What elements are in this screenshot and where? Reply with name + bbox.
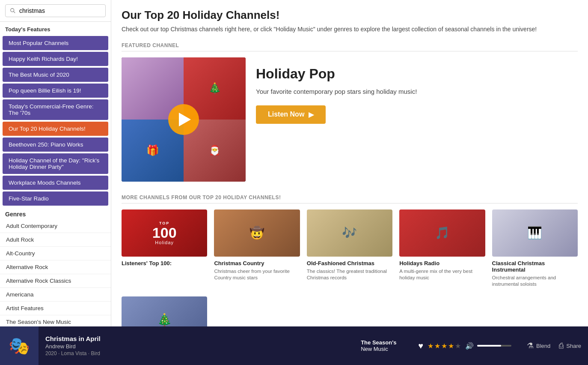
- channel-thumb-christmas-country: 🤠: [214, 209, 300, 257]
- listen-now-play-icon: ▶: [309, 111, 314, 119]
- channel-thumb-holidays-radio: 🎵: [399, 209, 485, 257]
- star-2[interactable]: ★: [434, 342, 440, 350]
- featured-channel-name: Holiday Pop: [256, 66, 578, 82]
- player-track-info: Christmas in April Andrew Bird 2020 · Lo…: [39, 335, 354, 356]
- channel-card-christmas-country[interactable]: 🤠 Christmas Country Christmas cheer from…: [214, 209, 300, 288]
- season-new-music-area: The Season's New Music: [354, 339, 410, 352]
- page-title: Our Top 20 Holiday Channels!: [122, 9, 578, 22]
- channel-name-classical: Classical Christmas Instrumental: [492, 260, 578, 273]
- channels-grid: TOP 100 Holiday Listeners' Top 100: 🤠 Ch…: [122, 209, 578, 288]
- bottom-player: 🎭 Christmas in April Andrew Bird 2020 · …: [0, 326, 588, 365]
- star-3[interactable]: ★: [441, 342, 447, 350]
- svg-point-0: [11, 9, 14, 12]
- blend-label: Blend: [536, 343, 550, 349]
- channel-name-holidays-radio: Holidays Radio: [399, 260, 485, 266]
- player-stars: ★ ★ ★ ★ ★: [428, 342, 461, 350]
- channel-card-holidays-radio[interactable]: 🎵 Holidays Radio A multi-genre mix of th…: [399, 209, 485, 288]
- sidebar-item-commercial-free[interactable]: Today's Commercial-Free Genre: The '70s: [3, 99, 108, 120]
- season-label-line1: The Season's: [361, 339, 403, 346]
- heart-icon[interactable]: ♥: [418, 341, 423, 351]
- player-right-controls: ♥ ★ ★ ★ ★ ★ 🔊: [410, 341, 520, 351]
- sidebar-item-best-music-2020[interactable]: The Best Music of 2020: [3, 68, 108, 82]
- channel-name-top100: Listeners' Top 100:: [122, 260, 207, 266]
- sidebar-item-pop-queen[interactable]: Pop queen Billie Eilish is 19!: [3, 84, 108, 98]
- player-volume: 🔊: [465, 342, 511, 350]
- channel-card-old-fashioned[interactable]: 🎶 Old-Fashioned Christmas The classics! …: [307, 209, 392, 288]
- top100-number: 100: [152, 225, 177, 240]
- blend-button[interactable]: ⚗ Blend: [527, 341, 550, 350]
- share-button[interactable]: ⎙ Share: [559, 341, 581, 350]
- player-action-controls: ⚗ Blend ⎙ Share: [520, 341, 588, 350]
- featured-channel-desc: Your favorite contemporary pop stars sin…: [256, 87, 578, 96]
- channel-card-classical[interactable]: 🎹 Classical Christmas Instrumental Orche…: [492, 209, 578, 288]
- genre-item-seasons-new-music[interactable]: The Season's New Music: [0, 315, 111, 326]
- play-triangle-icon: [179, 113, 191, 126]
- channel-name-old-fashioned: Old-Fashioned Christmas: [307, 260, 392, 266]
- sidebar: Today's Features Most Popular Channels H…: [0, 0, 111, 326]
- player-album-art: 🎭: [0, 326, 39, 365]
- channel-card-christmas-oldies[interactable]: 🎄 Christmas Oldies Season's Greetings fr…: [122, 296, 207, 326]
- more-channels-label: MORE CHANNELS FROM OUR TOP 20 HOLIDAY CH…: [122, 194, 578, 203]
- season-label-line2: New Music: [361, 346, 403, 352]
- todays-features-label: Today's Features: [0, 22, 111, 35]
- genre-item-artist-features[interactable]: Artist Features: [0, 302, 111, 315]
- volume-slider[interactable]: [477, 345, 511, 347]
- sidebar-item-workplace-moods[interactable]: Workplace Moods Channels: [3, 176, 108, 190]
- blend-icon: ⚗: [527, 341, 534, 350]
- channel-desc-old-fashioned: The classics! The greatest traditional C…: [307, 268, 392, 281]
- search-input-wrap[interactable]: [5, 4, 106, 17]
- volume-icon[interactable]: 🔊: [465, 342, 474, 350]
- player-song-title: Christmas in April: [45, 335, 347, 342]
- genre-item-adult-contemporary[interactable]: Adult Contemporary: [0, 219, 111, 233]
- featured-info: Holiday Pop Your favorite contemporary p…: [256, 57, 578, 124]
- star-4-half[interactable]: ★: [448, 342, 454, 350]
- genre-item-adult-rock[interactable]: Adult Rock: [0, 233, 111, 247]
- volume-fill: [477, 345, 501, 347]
- search-bar: [0, 0, 111, 22]
- channel-desc-holidays-radio: A multi-genre mix of the very best holid…: [399, 268, 485, 281]
- player-artist: Andrew Bird: [45, 343, 347, 350]
- genre-item-americana[interactable]: Americana: [0, 288, 111, 302]
- featured-image-container[interactable]: 🎄 🎁 🎅: [122, 57, 246, 182]
- svg-line-1: [14, 12, 15, 13]
- share-icon: ⎙: [559, 341, 564, 350]
- star-1[interactable]: ★: [428, 342, 434, 350]
- channel-thumb-christmas-oldies: 🎄: [122, 296, 207, 326]
- listen-now-button[interactable]: Listen Now ▶: [256, 105, 326, 124]
- featured-channel: 🎄 🎁 🎅 Holiday Pop Your favorite contempo…: [122, 57, 578, 182]
- channel-thumb-top100: TOP 100 Holiday: [122, 209, 207, 257]
- search-icon: [10, 8, 16, 14]
- player-album-year: 2020 · Loma Vista · Bird: [45, 350, 347, 356]
- sidebar-item-five-star[interactable]: Five-Star Radio: [3, 191, 108, 206]
- page-subtitle: Check out our top Christmas channels rig…: [122, 25, 578, 34]
- jester-icon: 🎭: [9, 336, 30, 356]
- genre-item-alternative-rock-classics[interactable]: Alternative Rock Classics: [0, 274, 111, 288]
- search-input[interactable]: [19, 7, 101, 14]
- genre-item-alternative-rock[interactable]: Alternative Rock: [0, 260, 111, 274]
- sidebar-item-happy-keith[interactable]: Happy Keith Richards Day!: [3, 52, 108, 66]
- star-5[interactable]: ★: [455, 342, 461, 350]
- channel-desc-classical: Orchestral arrangements and instrumental…: [492, 275, 578, 288]
- channel-desc-christmas-country: Christmas cheer from your favorite Count…: [214, 268, 300, 281]
- listen-now-label: Listen Now: [268, 111, 304, 118]
- top100-holiday-text: Holiday: [155, 240, 174, 245]
- share-label: Share: [566, 343, 581, 349]
- sidebar-item-most-popular[interactable]: Most Popular Channels: [3, 36, 108, 50]
- channels-grid-row2: 🎄 Christmas Oldies Season's Greetings fr…: [122, 296, 578, 326]
- main-content: Our Top 20 Holiday Channels! Check out o…: [111, 0, 588, 326]
- channel-card-top100[interactable]: TOP 100 Holiday Listeners' Top 100:: [122, 209, 207, 288]
- genres-label: Genres: [0, 206, 111, 219]
- sidebar-item-beethoven[interactable]: Beethoven 250: Piano Works: [3, 138, 108, 152]
- channel-name-christmas-country: Christmas Country: [214, 260, 300, 266]
- featured-section-label: FEATURED CHANNEL: [122, 42, 578, 51]
- sidebar-item-holiday-channel[interactable]: Holiday Channel of the Day: "Rick's Holi…: [3, 153, 108, 174]
- channel-thumb-classical: 🎹: [492, 209, 578, 257]
- featured-play-button[interactable]: [168, 104, 199, 135]
- genre-item-alt-country[interactable]: Alt-Country: [0, 247, 111, 260]
- sidebar-item-top-20-holiday[interactable]: Our Top 20 Holiday Channels!: [3, 122, 108, 136]
- channel-thumb-old-fashioned: 🎶: [307, 209, 392, 257]
